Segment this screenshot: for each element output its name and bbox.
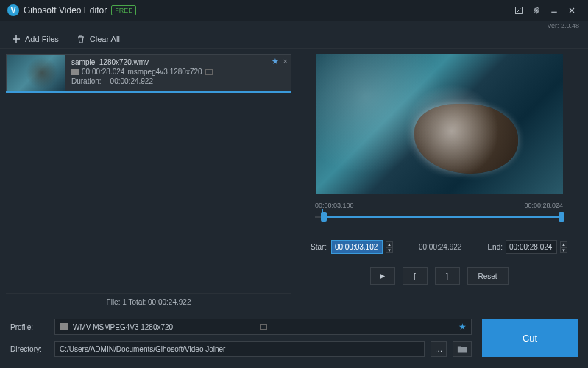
directory-value: C:/Users/ADMIN/Documents/Gihosoft/Video … [60,345,419,353]
feedback-icon[interactable] [510,1,528,19]
free-badge: FREE [111,5,136,15]
profile-favorite-icon[interactable]: ★ [458,322,467,332]
reset-button[interactable]: Reset [467,267,509,285]
file-info-time: 00:00:28.024 [82,68,124,76]
file-list-panel: sample_1280x720.wmv 00:00:28.024 msmpeg4… [0,49,291,311]
profile-field[interactable]: WMV MSMPEG4V3 1280x720 ★ [54,319,472,335]
toolbar: Add Files Clear All [0,29,588,49]
end-spin-up[interactable]: ▲ [560,241,567,247]
clear-all-label: Clear All [90,35,120,43]
favorite-icon[interactable]: ★ [272,57,279,66]
browse-button[interactable]: … [431,341,447,357]
app-logo-icon: V [7,4,19,16]
bottom-bar: Profile: WMV MSMPEG4V3 1280x720 ★ Direct… [0,311,588,364]
mark-in-button[interactable]: [ [403,267,428,285]
settings-icon[interactable] [528,1,545,19]
duration-display: 00:00:24.922 [419,243,461,251]
timeline-track[interactable] [315,210,563,224]
file-thumbnail [7,55,65,91]
profile-settings-icon[interactable] [260,324,267,330]
directory-field[interactable]: C:/Users/ADMIN/Documents/Gihosoft/Video … [54,341,425,357]
timeline-end-label: 00:00:28.024 [524,202,563,209]
end-spin-down[interactable]: ▼ [560,247,567,253]
start-time-input[interactable] [331,240,383,254]
version-label: Ver: 2.0.48 [0,21,588,29]
file-item[interactable]: sample_1280x720.wmv 00:00:28.024 msmpeg4… [6,54,291,91]
play-button[interactable] [370,267,395,285]
duration-value: 00:00:24.922 [110,77,153,85]
clear-all-button[interactable]: Clear All [72,32,124,46]
end-time-input[interactable] [506,240,557,254]
mark-out-button[interactable]: ] [435,267,460,285]
titlebar: V Gihosoft Video Editor FREE [0,0,588,21]
timeline: 00:00:03.100 00:00:28.024 [315,202,563,224]
preview-panel: 00:00:03.100 00:00:28.024 Start: ▲ ▼ 00: [291,49,588,311]
list-status: File: 1 Total: 00:00:24.922 [6,293,291,311]
profile-label: Profile: [10,323,49,331]
cut-button[interactable]: Cut [482,319,578,357]
start-spin-down[interactable]: ▼ [386,247,393,253]
start-label: Start: [311,243,328,251]
timeline-start-label: 00:00:03.100 [315,202,354,209]
film-icon [60,323,68,330]
end-label: End: [487,243,503,251]
file-info-codec: msmpeg4v3 1280x720 [127,68,202,76]
close-button[interactable] [563,1,581,19]
film-icon [71,69,79,75]
file-settings-icon[interactable] [205,69,213,75]
timeline-handle-end[interactable] [559,212,564,222]
add-files-label: Add Files [25,35,59,43]
directory-label: Directory: [10,345,49,353]
video-preview[interactable] [316,54,563,194]
minimize-button[interactable] [545,1,563,19]
app-title: Gihosoft Video Editor [24,5,107,15]
start-spin-up[interactable]: ▲ [386,241,393,247]
timeline-handle-start[interactable] [321,212,327,222]
file-name: sample_1280x720.wmv [71,58,285,66]
svg-point-1 [536,10,538,12]
add-files-button[interactable]: Add Files [7,32,63,46]
remove-file-icon[interactable]: × [283,57,288,66]
profile-value: WMV MSMPEG4V3 1280x720 [73,323,255,331]
duration-label: Duration: [71,77,102,85]
open-folder-button[interactable] [453,341,472,357]
